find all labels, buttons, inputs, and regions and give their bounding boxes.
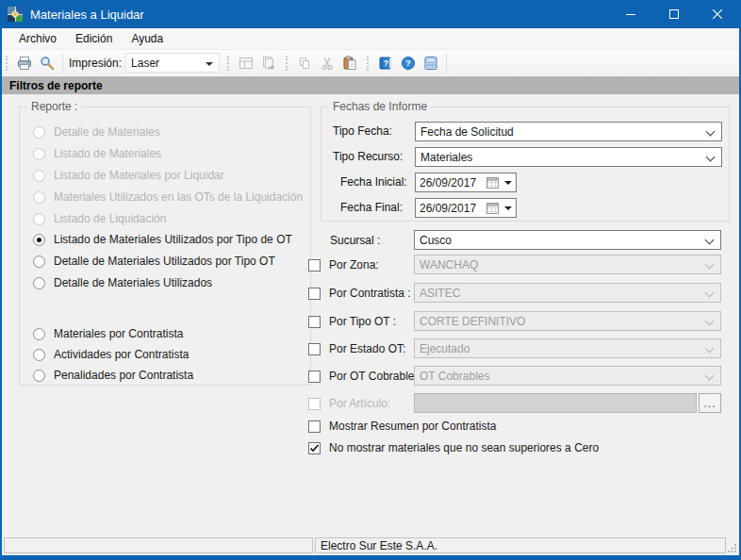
radio-actividades-contratista[interactable]: Actividades por Contratista <box>33 347 189 362</box>
impresion-combobox[interactable]: Laser <box>125 53 220 73</box>
print-preview-icon <box>40 56 55 71</box>
radio-label: Penalidades por Contratista <box>54 369 193 382</box>
help-circle-icon: ? <box>401 56 416 71</box>
por-estado-ot-value: Ejecutado <box>420 342 469 355</box>
tipo-recurso-combobox[interactable]: Materiales <box>415 147 722 167</box>
radio-label: Detalle de Materiales <box>54 125 160 139</box>
fecha-inicial-label: Fecha Inicial: <box>340 174 407 189</box>
radio-detalle-materiales: Detalle de Materiales <box>33 124 160 140</box>
por-articulo-browse-button[interactable]: ... <box>699 393 721 413</box>
fechas-groupbox: Fechas de Informe Tipo Fecha: Fecha de S… <box>321 107 730 222</box>
por-estado-ot-checkbox-row[interactable]: Por Estado OT: <box>308 341 405 356</box>
toolbar-grip[interactable] <box>6 56 9 71</box>
por-ot-cobrable-label: Por OT Cobrable: <box>329 370 418 383</box>
chevron-down-icon <box>705 317 715 326</box>
tipo-recurso-value: Materiales <box>420 151 472 164</box>
close-icon <box>713 9 722 19</box>
radio-icon[interactable] <box>33 370 45 382</box>
radio-label: Actividades por Contratista <box>54 348 189 361</box>
radio-listado-utilizados-tipo-ot[interactable]: Listado de Materiales Utilizados por Tip… <box>33 232 292 247</box>
minimize-button[interactable] <box>609 0 652 28</box>
por-zona-combobox: WANCHAQ <box>414 255 721 274</box>
checkbox-icon[interactable] <box>308 420 321 433</box>
por-articulo-label: Por Artículo: <box>329 397 390 410</box>
por-estado-ot-combobox: Ejecutado <box>414 338 721 358</box>
por-zona-value: WANCHAQ <box>420 258 478 272</box>
radio-listado-liquidacion: Listado de Liquidación <box>33 211 166 226</box>
fecha-inicial-datepicker[interactable]: 26/09/2017 <box>415 173 517 192</box>
radio-label: Detalle de Materiales Utilizados <box>54 276 212 289</box>
radio-icon[interactable] <box>33 234 45 246</box>
fecha-final-value: 26/09/2017 <box>420 202 476 215</box>
menu-archivo[interactable]: Archivo <box>9 29 66 48</box>
por-tipo-ot-checkbox-row[interactable]: Por Tipo OT : <box>308 314 396 329</box>
help-button[interactable]: ? <box>397 52 420 74</box>
toolbar-grip[interactable] <box>227 56 231 71</box>
copy-icon <box>297 56 312 71</box>
toolbar-separator <box>446 54 447 73</box>
paste-button[interactable] <box>338 52 361 74</box>
por-ot-cobrable-value: OT Cobrables <box>420 370 489 383</box>
por-ot-cobrable-checkbox-row[interactable]: Por OT Cobrable: <box>308 369 418 384</box>
radio-detalle-utilizados-tipo-ot[interactable]: Detalle de Materiales Utilizados por Tip… <box>33 254 275 269</box>
checkbox-icon[interactable] <box>308 316 321 328</box>
calendar-icon <box>486 203 499 214</box>
close-button[interactable] <box>696 0 739 28</box>
maximize-icon <box>669 9 679 19</box>
help-book-button[interactable]: ? <box>374 52 397 74</box>
title-bar: Materiales a Liquidar <box>2 0 739 28</box>
por-zona-checkbox-row[interactable]: Por Zona: <box>308 257 379 272</box>
checkbox-icon[interactable] <box>308 371 321 383</box>
impresion-value: Laser <box>131 57 159 70</box>
calculator-button[interactable] <box>420 52 442 74</box>
por-articulo-textbox <box>414 393 697 413</box>
help-book-icon: ? <box>378 56 393 71</box>
no-mostrar-checkbox-row[interactable]: No mostrar materiales que no sean superi… <box>308 440 599 455</box>
toolbar-grip[interactable] <box>286 56 289 71</box>
checkbox-icon[interactable] <box>308 288 321 300</box>
mostrar-resumen-label: Mostrar Resumen por Contratista <box>329 420 496 433</box>
tipo-fecha-combobox[interactable]: Fecha de Solicitud <box>415 122 722 141</box>
fecha-inicial-value: 26/09/2017 <box>420 176 476 189</box>
section-header: Filtros de reporte <box>2 75 739 94</box>
por-tipo-ot-combobox: CORTE DEFINITIVO <box>414 311 721 331</box>
chevron-down-icon <box>705 236 715 245</box>
radio-icon[interactable] <box>33 328 45 340</box>
menu-ayuda[interactable]: Ayuda <box>122 29 173 48</box>
checkbox-icon <box>308 398 321 410</box>
mostrar-resumen-checkbox-row[interactable]: Mostrar Resumen por Contratista <box>308 419 496 434</box>
checkbox-icon[interactable] <box>308 259 321 272</box>
resize-grip-icon[interactable] <box>728 543 737 552</box>
sucursal-combobox[interactable]: Cusco <box>414 230 721 250</box>
por-contratista-checkbox-row[interactable]: Por Contratista : <box>308 286 411 301</box>
fecha-final-datepicker[interactable]: 26/09/2017 <box>415 198 517 218</box>
menu-edicion[interactable]: Edición <box>66 29 122 48</box>
sucursal-value: Cusco <box>420 234 452 247</box>
radio-detalle-utilizados[interactable]: Detalle de Materiales Utilizados <box>33 275 212 290</box>
toolbar-grip[interactable] <box>367 56 370 71</box>
sucursal-label: Sucursal : <box>330 233 380 248</box>
calendar-icon <box>486 177 499 189</box>
radio-label: Listado de Materiales <box>54 147 161 160</box>
radio-listado-materiales: Listado de Materiales <box>33 146 161 161</box>
checkbox-icon[interactable] <box>308 343 321 355</box>
checkbox-checked-icon[interactable] <box>308 442 321 454</box>
paste-icon <box>342 56 357 71</box>
por-articulo-checkbox-row: Por Artículo: <box>308 396 390 411</box>
radio-icon <box>33 213 45 225</box>
print-preview-button[interactable] <box>36 52 58 74</box>
form-grid-button <box>235 52 257 74</box>
copy-button <box>293 52 316 74</box>
export-report-button <box>257 52 280 74</box>
svg-text:?: ? <box>384 58 389 68</box>
radio-penalidades-contratista[interactable]: Penalidades por Contratista <box>33 368 193 383</box>
radio-icon[interactable] <box>33 255 45 268</box>
radio-icon[interactable] <box>33 349 45 361</box>
radio-label: Materiales Utilizados en las OTs de la L… <box>54 190 303 204</box>
maximize-button[interactable] <box>652 0 696 28</box>
radio-icon[interactable] <box>33 277 45 289</box>
por-ot-cobrable-combobox: OT Cobrables <box>414 366 721 386</box>
print-button[interactable] <box>13 52 36 74</box>
radio-materiales-contratista[interactable]: Materiales por Contratista <box>33 326 183 341</box>
radio-icon <box>33 191 45 204</box>
